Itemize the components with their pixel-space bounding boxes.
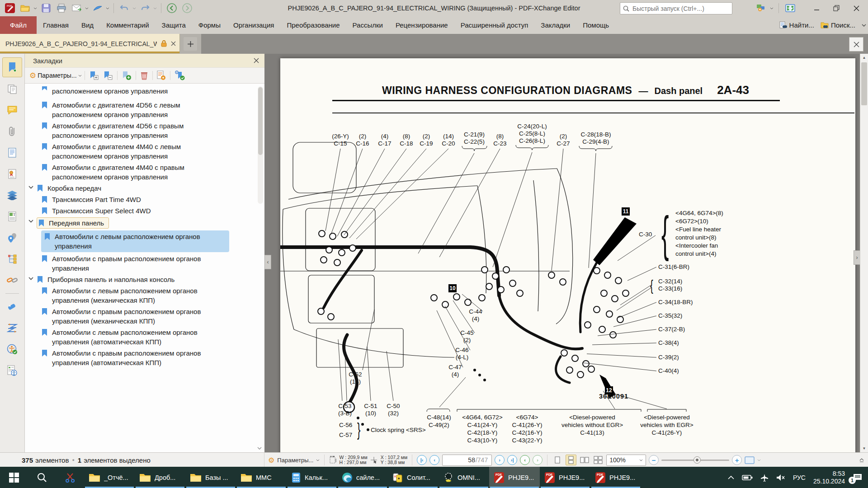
first-page-button[interactable]: |‹ bbox=[417, 455, 427, 465]
collapse-statusbar-icon[interactable] bbox=[859, 458, 864, 462]
attachments-pane-button[interactable] bbox=[3, 122, 22, 141]
next-page-button[interactable]: › bbox=[495, 455, 505, 465]
action-center-icon[interactable]: 1 bbox=[853, 473, 863, 482]
structure-pane-button[interactable] bbox=[3, 249, 22, 268]
zoom-out-button[interactable]: − bbox=[649, 455, 659, 465]
options-chevron-icon[interactable] bbox=[78, 75, 82, 77]
volume-muted-icon[interactable] bbox=[776, 474, 785, 481]
menu-forms[interactable]: Формы bbox=[192, 16, 227, 34]
menu-comment[interactable]: Комментарий bbox=[100, 16, 155, 34]
named-destinations-button[interactable] bbox=[3, 297, 22, 316]
bookmark-group[interactable]: Коробка передач bbox=[28, 183, 258, 193]
undo-menu-chevron[interactable] bbox=[132, 2, 137, 14]
taskbar-app-folder[interactable]: Дроб... bbox=[135, 467, 185, 488]
menu-mailings[interactable]: Рассылки bbox=[346, 16, 389, 34]
layers-pane-button[interactable] bbox=[3, 186, 22, 205]
options-chevron-icon[interactable] bbox=[316, 459, 320, 461]
bookmark-group-focused[interactable]: Передняя панель bbox=[28, 217, 258, 229]
taskbar-app-pdf[interactable]: PDF PHJE9... bbox=[590, 467, 641, 488]
bookmark-item[interactable]: Автомобили с левым расположением органов… bbox=[28, 328, 258, 347]
taskbar-app-pdf-active[interactable]: PDF PHJE9... bbox=[489, 467, 540, 488]
document-tab[interactable]: PHJE9026_A_B_C_PAJERO_91-94_ELECTRICAL_W… bbox=[0, 34, 180, 53]
open-file-menu-chevron[interactable] bbox=[33, 2, 38, 14]
undo-button[interactable] bbox=[117, 2, 132, 14]
menu-help[interactable]: Помощь bbox=[576, 16, 615, 34]
destinations-pane-button[interactable] bbox=[3, 228, 22, 247]
zoom-in-button[interactable]: + bbox=[732, 455, 742, 465]
links-pane-button[interactable] bbox=[3, 271, 22, 290]
continuous-layout-button[interactable] bbox=[566, 455, 576, 465]
email-button[interactable] bbox=[70, 2, 84, 14]
bookmark-item[interactable]: Автомобили с двигателем 4M40 с правым ра… bbox=[28, 163, 258, 182]
zoom-slider[interactable] bbox=[661, 460, 729, 461]
bookmark-item[interactable]: Трансмиссия Super Select 4WD bbox=[28, 206, 258, 216]
fields-pane-button[interactable] bbox=[3, 143, 22, 162]
delete-bookmark-button[interactable] bbox=[139, 70, 150, 81]
validate-bookmarks-button[interactable] bbox=[173, 70, 187, 81]
tab-close-icon[interactable] bbox=[171, 41, 176, 46]
chevron-down-icon[interactable] bbox=[28, 183, 37, 189]
menu-file[interactable]: Файл bbox=[0, 16, 37, 34]
find-button[interactable]: Найти... bbox=[779, 21, 814, 29]
bookmark-item[interactable]: Автомобили с правым расположением органо… bbox=[28, 254, 258, 273]
bookmarks-options-button[interactable]: Параметры... bbox=[38, 72, 76, 79]
single-page-layout-button[interactable] bbox=[552, 455, 563, 465]
restore-button[interactable] bbox=[827, 1, 845, 15]
close-document-button[interactable] bbox=[849, 37, 863, 52]
nav-back-button[interactable] bbox=[165, 2, 179, 14]
bookmark-item[interactable]: Автомобили с двигателем 4D56 с правым ра… bbox=[28, 121, 258, 140]
previous-page-button[interactable]: ‹ bbox=[429, 455, 439, 465]
two-page-layout-button[interactable] bbox=[579, 455, 590, 465]
history-back-button[interactable]: ‹ bbox=[520, 455, 530, 465]
search-files-button[interactable]: Поиск... bbox=[821, 21, 855, 29]
pdf-page[interactable]: WIRING HARNESS CONFIGURATION DIAGRAMS — … bbox=[280, 58, 855, 452]
expand-all-bookmarks-button[interactable] bbox=[88, 70, 100, 81]
scroll-down-icon[interactable] bbox=[257, 447, 262, 450]
scroll-up-icon[interactable]: ▲ bbox=[860, 54, 868, 61]
battery-icon[interactable] bbox=[742, 474, 753, 481]
chevron-down-icon[interactable] bbox=[28, 275, 37, 280]
z-order-pane-button[interactable] bbox=[3, 319, 22, 338]
airplane-mode-icon[interactable] bbox=[760, 474, 769, 482]
bookmark-item[interactable]: расположением органов управления bbox=[28, 86, 258, 99]
viewer-options-button[interactable]: Параметры... bbox=[277, 457, 313, 464]
bookmark-group[interactable]: Приборная панель и напольная консоль bbox=[28, 275, 258, 284]
bookmark-properties-button[interactable] bbox=[156, 70, 167, 81]
new-tab-button[interactable] bbox=[184, 37, 197, 51]
fit-page-button[interactable] bbox=[745, 456, 755, 464]
bookmark-item[interactable]: Трансмиссия Part Time 4WD bbox=[28, 195, 258, 204]
collapse-right-pane-handle[interactable]: › bbox=[854, 250, 860, 265]
thumbnails-pane-button[interactable] bbox=[3, 80, 22, 99]
taskbar-app-folder[interactable]: _Отчё... bbox=[84, 467, 135, 488]
menu-home[interactable]: Главная bbox=[37, 16, 75, 34]
menu-convert[interactable]: Преобразование bbox=[280, 16, 346, 34]
scrollbar-thumb[interactable] bbox=[258, 87, 263, 155]
search-input[interactable] bbox=[632, 5, 729, 13]
redo-button[interactable] bbox=[138, 2, 152, 14]
start-button[interactable] bbox=[0, 467, 28, 488]
chevron-down-icon[interactable] bbox=[28, 217, 37, 223]
zoom-slider-knob[interactable] bbox=[693, 456, 701, 464]
taskbar-search-button[interactable] bbox=[28, 467, 56, 488]
bookmarks-pane-button[interactable] bbox=[2, 57, 22, 77]
taskbar-clock[interactable]: 8:53 25.10.2024 bbox=[813, 470, 845, 485]
menu-accessibility[interactable]: Расширенный доступ bbox=[454, 16, 535, 34]
scroll-down-icon[interactable]: ▼ bbox=[860, 445, 868, 452]
taskbar-app-solitaire[interactable]: K♠ Солит... bbox=[388, 467, 439, 488]
print-button[interactable] bbox=[54, 2, 69, 14]
save-button[interactable] bbox=[39, 2, 53, 14]
bookmark-item[interactable]: Автомобили с правым расположением органо… bbox=[28, 307, 258, 326]
fullscreen-button[interactable] bbox=[783, 2, 797, 14]
bookmarks-panel-close-icon[interactable] bbox=[254, 58, 259, 63]
nav-forward-button[interactable] bbox=[180, 2, 194, 14]
accessibility-report-button[interactable] bbox=[3, 361, 22, 380]
document-area[interactable]: WIRING HARNESS CONFIGURATION DIAGRAMS — … bbox=[264, 54, 868, 452]
history-forward-button[interactable]: › bbox=[533, 455, 542, 465]
bookmark-item[interactable]: Автомобили с правым расположением органо… bbox=[28, 348, 258, 367]
language-indicator[interactable]: РУС bbox=[793, 474, 806, 481]
minimize-button[interactable] bbox=[807, 1, 826, 15]
menu-organize[interactable]: Организация bbox=[227, 16, 280, 34]
customize-ui-button[interactable] bbox=[754, 2, 768, 14]
bookmark-item[interactable]: Автомобили с левым расположением органов… bbox=[28, 286, 258, 305]
collapse-all-bookmarks-button[interactable] bbox=[102, 70, 114, 81]
